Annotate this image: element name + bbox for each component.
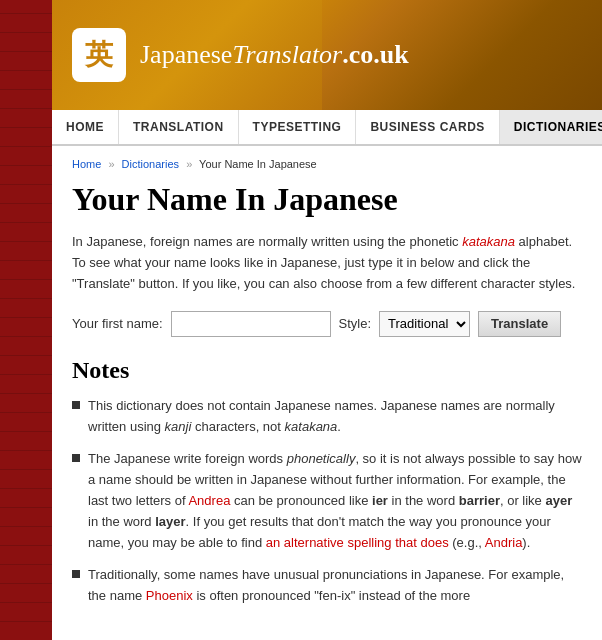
ayer-bold: ayer (545, 493, 572, 508)
site-title: JapaneseTranslator.co.uk (140, 40, 409, 70)
note-text-1: This dictionary does not contain Japanes… (88, 396, 582, 438)
barrier-bold: barrier (459, 493, 500, 508)
nav-business-cards[interactable]: BUSINESS CARDS (356, 110, 499, 144)
note-text-3: Traditionally, some names have unusual p… (88, 565, 582, 607)
breadcrumb-sep1: » (108, 158, 114, 170)
site-header: 英 JapaneseTranslator.co.uk (52, 0, 602, 110)
bullet-icon-3 (72, 570, 80, 578)
intro-text: In Japanese, foreign names are normally … (72, 232, 582, 294)
phoenix-link[interactable]: Phoenix (146, 588, 193, 603)
bullet-icon (72, 401, 80, 409)
notes-list: This dictionary does not contain Japanes… (72, 396, 582, 607)
main-nav: HOME TRANSLATION TYPESETTING BUSINESS CA… (52, 110, 602, 146)
nav-home[interactable]: HOME (52, 110, 119, 144)
katakana-italic: katakana (285, 419, 338, 434)
first-name-label: Your first name: (72, 316, 163, 331)
phonetically-italic: phonetically (287, 451, 356, 466)
style-select[interactable]: Traditional Modern Casual (379, 311, 470, 337)
bullet-icon-2 (72, 454, 80, 462)
site-domain: .co.uk (342, 40, 408, 69)
notes-title: Notes (72, 357, 582, 384)
note-item-3: Traditionally, some names have unusual p… (72, 565, 582, 607)
andria-link[interactable]: Andria (485, 535, 523, 550)
intro-katakana: katakana (462, 234, 515, 249)
nav-typesetting[interactable]: TYPESETTING (239, 110, 357, 144)
logo-kanji: 英 (85, 36, 113, 74)
breadcrumb-home[interactable]: Home (72, 158, 101, 170)
site-name-plain: Japanese (140, 40, 232, 69)
breadcrumb-dictionaries[interactable]: Dictionaries (122, 158, 179, 170)
site-logo: 英 (72, 28, 126, 82)
layer-bold: layer (155, 514, 185, 529)
style-label: Style: (339, 316, 372, 331)
nav-translation[interactable]: TRANSLATION (119, 110, 239, 144)
note-item-2: The Japanese write foreign words phoneti… (72, 449, 582, 553)
main-content: Home » Dictionaries » Your Name In Japan… (52, 146, 602, 639)
breadcrumb-current: Your Name In Japanese (199, 158, 317, 170)
note-text-2: The Japanese write foreign words phoneti… (88, 449, 582, 553)
site-name-styled: Translator (232, 40, 342, 69)
kanji-italic: kanji (165, 419, 192, 434)
alternative-link[interactable]: an alternative spelling that does (266, 535, 449, 550)
nav-dictionaries[interactable]: DICTIONARIES (500, 110, 602, 144)
left-border-decoration (0, 0, 52, 639)
ier-bold: ier (372, 493, 388, 508)
page-title: Your Name In Japanese (72, 180, 582, 218)
translate-button[interactable]: Translate (478, 311, 561, 337)
breadcrumb-sep2: » (186, 158, 192, 170)
breadcrumb: Home » Dictionaries » Your Name In Japan… (72, 158, 582, 170)
first-name-input[interactable] (171, 311, 331, 337)
andrea-link[interactable]: Andrea (188, 493, 230, 508)
note-item-1: This dictionary does not contain Japanes… (72, 396, 582, 438)
name-form: Your first name: Style: Traditional Mode… (72, 311, 582, 337)
